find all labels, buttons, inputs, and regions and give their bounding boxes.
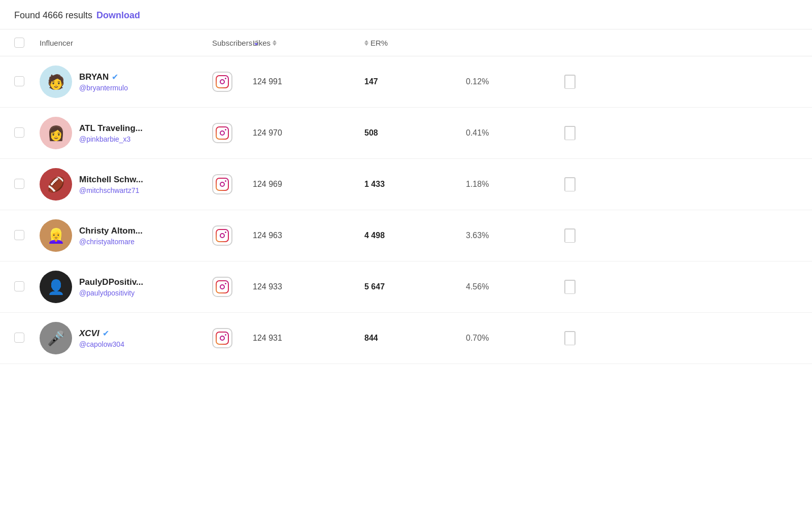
ig-gradient (216, 332, 229, 345)
bookmark-cell (557, 331, 583, 345)
subscribers-value: 124 931 (253, 334, 364, 343)
ig-gradient (216, 229, 229, 242)
er-value: 0.12% (466, 77, 557, 86)
influencer-info: Christy Altom... @christyaltomare (79, 226, 143, 246)
influencer-name-row: Mitchell Schw... (79, 175, 143, 185)
influencer-handle[interactable]: @capolow304 (79, 340, 124, 348)
likes-value: 5 647 (364, 282, 466, 291)
verified-icon: ✔ (112, 72, 118, 82)
row-checkbox-cell (14, 333, 40, 344)
bookmark-icon[interactable] (564, 228, 576, 243)
bookmark-icon[interactable] (564, 75, 576, 89)
influencer-cell: 👤 PaulyDPositiv... @paulydpositivity (40, 271, 212, 303)
avatar-emoji: 🎤 (47, 330, 65, 347)
subscribers-value: 124 963 (253, 231, 364, 240)
influencer-handle[interactable]: @bryantermulo (79, 84, 128, 92)
download-link[interactable]: Download (96, 10, 140, 21)
influencer-info: PaulyDPositiv... @paulydpositivity (79, 277, 143, 297)
influencer-info: Mitchell Schw... @mitchschwartz71 (79, 175, 143, 194)
ig-dot (225, 232, 226, 233)
row-checkbox-cell (14, 230, 40, 242)
influencer-cell: 👱‍♀️ Christy Altom... @christyaltomare (40, 219, 212, 252)
row-checkbox[interactable] (14, 281, 24, 291)
row-checkbox-cell (14, 76, 40, 88)
instagram-icon (212, 72, 232, 92)
influencer-info: BRYAN ✔ @bryantermulo (79, 72, 128, 92)
er-value: 0.41% (466, 128, 557, 138)
likes-value: 508 (364, 128, 466, 138)
avatar: 👩 (40, 117, 72, 149)
likes-value: 844 (364, 334, 466, 343)
ig-dot (225, 129, 226, 130)
er-value: 0.70% (466, 334, 557, 343)
platform-cell (212, 277, 253, 297)
influencer-name: ATL Traveling... (79, 123, 143, 134)
influencer-cell: 🏈 Mitchell Schw... @mitchschwartz71 (40, 168, 212, 201)
instagram-icon (212, 174, 232, 194)
row-checkbox[interactable] (14, 179, 24, 189)
row-checkbox-cell (14, 281, 40, 293)
row-checkbox[interactable] (14, 230, 24, 240)
influencer-name-row: PaulyDPositiv... (79, 277, 143, 287)
header-er[interactable]: ER% (364, 39, 466, 47)
row-checkbox-cell (14, 127, 40, 139)
ig-dot (225, 334, 226, 336)
er-sort-icon-left (364, 40, 368, 46)
subscribers-value: 124 969 (253, 180, 364, 189)
influencer-handle[interactable]: @pinkbarbie_x3 (79, 135, 143, 143)
top-bar: Found 4666 results Download (0, 0, 812, 29)
er-value: 4.56% (466, 282, 557, 291)
row-checkbox-cell (14, 179, 40, 190)
bookmark-cell (557, 177, 583, 191)
select-all-checkbox[interactable] (14, 38, 24, 48)
influencer-name-row: Christy Altom... (79, 226, 143, 236)
header-subscribers[interactable]: Subscribers (212, 39, 253, 47)
subscribers-value: 124 933 (253, 282, 364, 291)
subscribers-value: 124 970 (253, 128, 364, 138)
ig-gradient (216, 178, 229, 191)
subscribers-value: 124 991 (253, 77, 364, 86)
header-likes[interactable]: Likes (253, 39, 364, 47)
bookmark-icon[interactable] (564, 331, 576, 345)
ig-gradient (216, 126, 229, 140)
header-influencer: Influencer (40, 39, 212, 47)
avatar: 👤 (40, 271, 72, 303)
avatar: 🎤 (40, 322, 72, 354)
table-row: 👤 PaulyDPositiv... @paulydpositivity 124… (0, 261, 812, 313)
bookmark-icon[interactable] (564, 177, 576, 191)
ig-inner-circle (220, 284, 225, 289)
influencer-cell: 👩 ATL Traveling... @pinkbarbie_x3 (40, 117, 212, 149)
influencer-info: ATL Traveling... @pinkbarbie_x3 (79, 123, 143, 143)
bookmark-cell (557, 75, 583, 89)
ig-inner-circle (220, 79, 225, 84)
influencer-handle[interactable]: @paulydpositivity (79, 289, 143, 297)
ig-inner-circle (220, 336, 225, 341)
row-checkbox[interactable] (14, 76, 24, 86)
avatar-emoji: 👤 (47, 279, 65, 295)
likes-value: 4 498 (364, 231, 466, 240)
influencer-name: Mitchell Schw... (79, 175, 143, 185)
ig-dot (225, 283, 226, 284)
bookmark-icon[interactable] (564, 280, 576, 294)
ig-dot (225, 78, 226, 79)
table-body: 🧑 BRYAN ✔ @bryantermulo 124 991 147 0.12… (0, 56, 812, 364)
influencer-info: XCVI ✔ @capolow304 (79, 328, 124, 348)
instagram-icon (212, 328, 232, 348)
avatar: 🧑 (40, 65, 72, 98)
influencer-name: PaulyDPositiv... (79, 277, 143, 287)
influencer-name-row: ATL Traveling... (79, 123, 143, 134)
row-checkbox[interactable] (14, 127, 24, 138)
influencer-handle[interactable]: @mitchschwartz71 (79, 186, 143, 194)
bookmark-icon[interactable] (564, 126, 576, 140)
ig-gradient (216, 75, 229, 88)
ig-inner-circle (220, 182, 225, 187)
instagram-icon (212, 225, 232, 246)
ig-inner-circle (220, 130, 225, 136)
table-row: 🏈 Mitchell Schw... @mitchschwartz71 124 … (0, 159, 812, 210)
table-row: 👱‍♀️ Christy Altom... @christyaltomare 1… (0, 210, 812, 261)
influencer-handle[interactable]: @christyaltomare (79, 238, 143, 246)
likes-value: 1 433 (364, 180, 466, 189)
row-checkbox[interactable] (14, 333, 24, 343)
ig-inner-circle (220, 233, 225, 238)
platform-cell (212, 174, 253, 194)
